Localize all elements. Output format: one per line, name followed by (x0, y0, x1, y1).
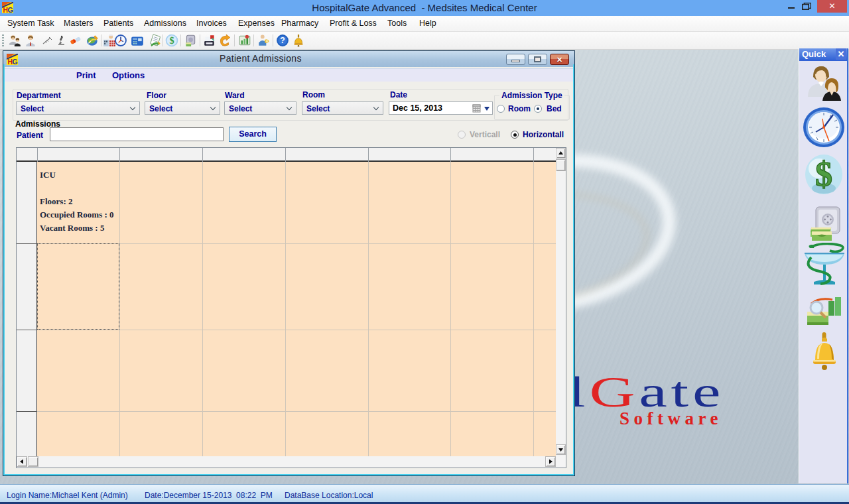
svg-text:?: ? (280, 36, 285, 45)
svg-text:$: $ (169, 35, 174, 46)
svg-text:$: $ (815, 155, 832, 193)
